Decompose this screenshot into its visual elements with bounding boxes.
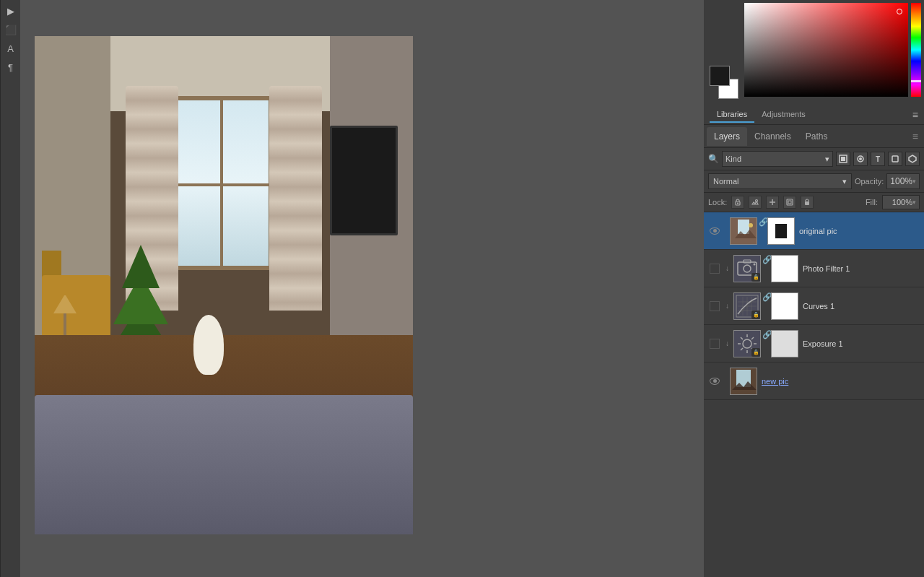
top-panel-tabs: Libraries Adjustments ≡ <box>704 105 924 125</box>
layers-list: 🔗 original pic ↓ <box>704 212 924 577</box>
eye-icon <box>710 227 720 235</box>
svg-point-3 <box>859 157 862 160</box>
play-tool[interactable]: ▶ <box>3 3 19 19</box>
blend-dropdown-arrow: ▾ <box>842 177 847 186</box>
filter-adjustment-btn[interactable] <box>853 152 868 166</box>
filter-search-icon: 🔍 <box>708 154 719 164</box>
adjustment-type-icon: 🔒 <box>751 311 760 319</box>
layer-visibility-toggle[interactable] <box>708 262 721 275</box>
opacity-arrow: ▾ <box>912 178 916 185</box>
layer-link-icon: 🔗 <box>762 255 770 282</box>
layer-link-icon: 🔗 <box>762 330 770 357</box>
tab-libraries[interactable]: Libraries <box>710 107 754 123</box>
lock-pixels-btn[interactable] <box>731 196 744 209</box>
visibility-hidden <box>710 301 720 311</box>
layer-visibility-toggle[interactable] <box>708 300 721 313</box>
layers-panel-menu[interactable]: ≡ <box>910 129 921 144</box>
blend-mode-dropdown[interactable]: Normal ▾ <box>708 173 852 189</box>
opacity-value: 100% <box>890 176 912 186</box>
room-tv <box>330 126 398 235</box>
layer-visibility-toggle[interactable] <box>708 375 721 388</box>
svg-rect-4 <box>892 156 898 162</box>
color-spectrum-bar[interactable] <box>911 3 921 97</box>
fill-arrow: ▾ <box>912 199 916 206</box>
adjustment-type-icon: 🔒 <box>751 273 760 282</box>
spectrum-cursor <box>911 80 921 82</box>
layer-visibility-toggle[interactable] <box>708 337 721 350</box>
layer-name: Exposure 1 <box>803 339 920 348</box>
fill-value-display[interactable]: 100% ▾ <box>882 195 920 209</box>
opacity-stepper[interactable]: 100% ▾ <box>886 173 920 189</box>
paragraph-tool[interactable]: ¶ <box>3 59 19 75</box>
svg-rect-12 <box>788 201 791 204</box>
layer-item[interactable]: new pic <box>704 363 924 400</box>
layers-panel-tabs: Layers Channels Paths ≡ <box>704 125 924 148</box>
filter-dropdown-arrow: ▾ <box>825 155 829 164</box>
lock-position-btn[interactable] <box>766 196 779 209</box>
window-vertical-bar <box>220 100 223 266</box>
foreground-color[interactable] <box>710 66 730 86</box>
room-scene <box>35 36 413 534</box>
svg-marker-5 <box>909 155 916 162</box>
filter-kind-dropdown[interactable]: Kind ▾ <box>722 151 833 167</box>
filter-kind-label: Kind <box>725 155 741 163</box>
tab-paths[interactable]: Paths <box>798 127 835 146</box>
lock-image-pixels-btn[interactable] <box>749 196 762 209</box>
layer-arrow: ↓ <box>725 264 729 272</box>
foreground-background-colors <box>707 3 741 102</box>
lock-fill-bar: Lock: <box>704 193 924 212</box>
lamp-shade <box>53 295 76 313</box>
blend-mode-value: Normal <box>713 177 738 186</box>
layer-mask <box>767 217 795 245</box>
layer-link-icon: 🔗 <box>762 292 770 320</box>
text-tool[interactable]: A <box>3 40 19 56</box>
svg-point-22 <box>754 263 756 265</box>
filter-smart-object-btn[interactable] <box>905 152 920 166</box>
lock-all-btn[interactable] <box>801 196 814 209</box>
layer-name: original pic <box>799 227 920 235</box>
lamp <box>53 295 76 335</box>
layer-thumbnails: 🔒 🔗 <box>733 255 798 282</box>
layer-item[interactable]: ↓ <box>704 287 924 325</box>
layer-mask <box>771 292 798 320</box>
layer-mask <box>771 330 798 357</box>
svg-rect-15 <box>738 220 749 234</box>
layer-item[interactable]: ↓ <box>704 325 924 363</box>
sofa <box>35 395 413 534</box>
layer-arrow: ↓ <box>725 339 729 347</box>
layer-thumb-wrap: 🔒 <box>733 330 761 357</box>
layer-thumb-wrap <box>730 368 757 395</box>
filter-shape-btn[interactable] <box>888 152 902 166</box>
layer-name: Curves 1 <box>803 302 920 311</box>
layer-item[interactable]: ↓ 🔒 🔗 <box>704 250 924 287</box>
color-gradient-cursor <box>897 9 902 14</box>
svg-rect-13 <box>805 201 809 205</box>
color-gradient-picker[interactable] <box>744 3 908 97</box>
photo-canvas <box>35 36 413 534</box>
layer-thumbnail <box>730 217 757 245</box>
layer-thumb-wrap <box>730 217 757 245</box>
layer-item[interactable]: 🔗 original pic <box>704 212 924 250</box>
svg-point-17 <box>749 223 753 227</box>
layer-mask <box>771 255 798 282</box>
tab-channels[interactable]: Channels <box>747 127 798 146</box>
tab-layers[interactable]: Layers <box>707 127 747 146</box>
fill-value-text: 100% <box>892 198 912 207</box>
layer-thumbnails: 🔒 🔗 <box>733 292 798 320</box>
layer-visibility-toggle[interactable] <box>708 225 721 238</box>
lock-artboard-btn[interactable] <box>783 196 796 209</box>
layer-thumbnails: 🔗 <box>730 217 795 245</box>
layer-name: Photo Filter 1 <box>803 264 920 273</box>
layer-thumbnail <box>730 368 757 395</box>
dog <box>193 315 224 375</box>
filter-type-btn[interactable]: T <box>871 152 885 166</box>
visibility-hidden <box>710 339 720 349</box>
tab-adjustments[interactable]: Adjustments <box>754 107 813 123</box>
stamp-tool[interactable]: ⬛ <box>3 22 19 38</box>
lamp-base <box>64 313 66 335</box>
filter-pixel-btn[interactable] <box>836 152 850 166</box>
color-picker-area <box>704 0 924 105</box>
right-panel: Libraries Adjustments ≡ Layers Channels … <box>704 0 924 577</box>
panel-menu-button[interactable]: ≡ <box>912 109 918 121</box>
left-toolbar: ▶ ⬛ A ¶ <box>0 0 20 577</box>
